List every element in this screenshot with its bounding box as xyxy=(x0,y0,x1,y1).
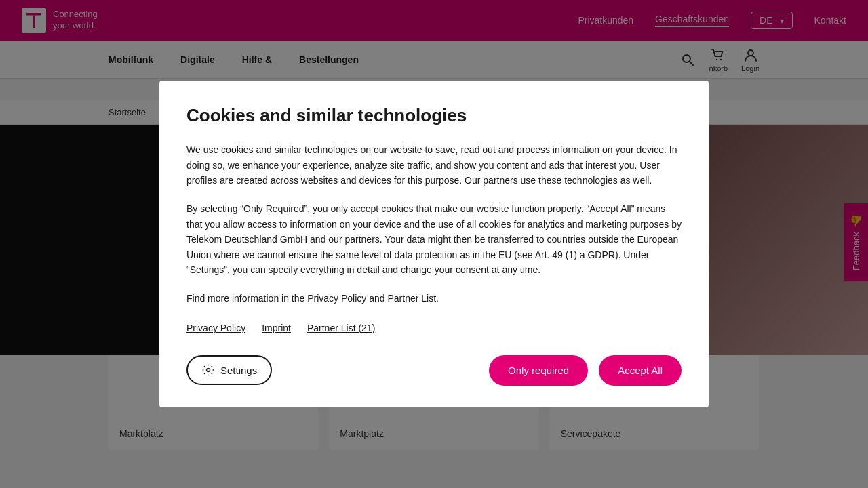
settings-button[interactable]: Settings xyxy=(186,355,272,385)
gear-icon xyxy=(201,363,215,377)
svg-point-7 xyxy=(207,369,210,372)
cookie-paragraph-3: Find more information in the Privacy Pol… xyxy=(186,291,682,306)
settings-label: Settings xyxy=(220,365,257,376)
cookie-modal-title: Cookies and similar technologies xyxy=(186,105,682,126)
modal-overlay: Cookies and similar technologies We use … xyxy=(0,0,868,488)
cookie-modal-body: We use cookies and similar technologies … xyxy=(186,142,682,306)
cookie-paragraph-2: By selecting “Only Required”, you only a… xyxy=(186,201,682,277)
privacy-policy-link[interactable]: Privacy Policy xyxy=(186,323,245,333)
cookie-modal: Cookies and similar technologies We use … xyxy=(159,81,709,407)
accept-all-button[interactable]: Accept All xyxy=(599,355,682,386)
cookie-actions: Settings Only required Accept All xyxy=(186,355,682,386)
action-buttons: Only required Accept All xyxy=(489,355,682,386)
cookie-paragraph-1: We use cookies and similar technologies … xyxy=(186,142,682,188)
imprint-link[interactable]: Imprint xyxy=(262,323,291,333)
partner-list-link[interactable]: Partner List (21) xyxy=(307,323,375,333)
only-required-button[interactable]: Only required xyxy=(489,355,588,386)
cookie-links: Privacy Policy Imprint Partner List (21) xyxy=(186,323,682,333)
